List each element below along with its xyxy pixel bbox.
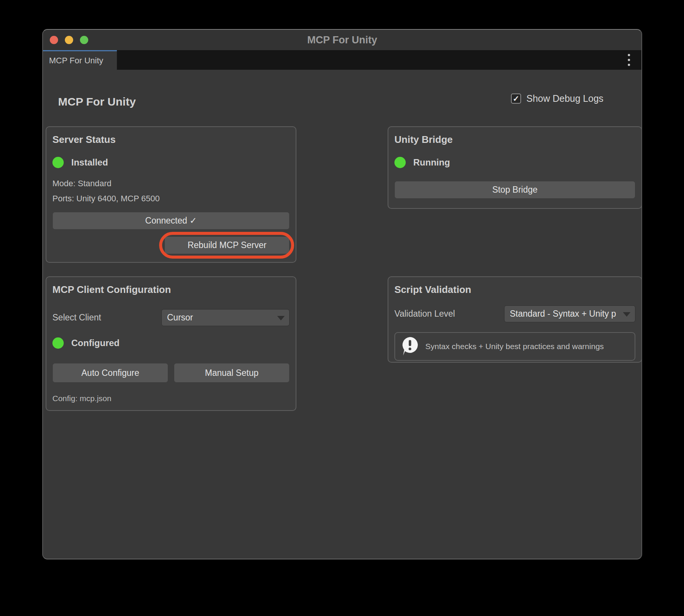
validation-help-text: Syntax checks + Unity best practices and…: [425, 342, 604, 351]
titlebar[interactable]: MCP For Unity: [43, 30, 641, 50]
client-config-title: MCP Client Configuration: [52, 284, 290, 296]
client-dropdown[interactable]: Cursor: [161, 309, 290, 326]
config-buttons-row: Auto Configure Manual Setup: [52, 363, 290, 383]
server-status-panel: Server Status Installed Mode: Standard P…: [46, 126, 296, 263]
manual-setup-button[interactable]: Manual Setup: [174, 363, 290, 383]
status-dot-green-icon: [52, 337, 64, 349]
server-mode-text: Mode: Standard: [52, 179, 290, 188]
traffic-lights: [50, 30, 88, 50]
rebuild-mcp-server-button[interactable]: Rebuild MCP Server: [164, 236, 290, 254]
auto-configure-button[interactable]: Auto Configure: [52, 363, 168, 383]
validation-level-row: Validation Level Standard - Syntax + Uni…: [394, 305, 635, 322]
screen: { "window": { "title": "MCP For Unity" }…: [0, 0, 684, 616]
client-dropdown-value: Cursor: [167, 313, 193, 323]
script-validation-panel: Script Validation Validation Level Stand…: [388, 276, 642, 363]
bridge-status-row: Running: [394, 157, 635, 168]
config-path-text: Config: mcp.json: [52, 394, 290, 403]
validation-level-dropdown[interactable]: Standard - Syntax + Unity p: [504, 305, 635, 322]
close-button[interactable]: [50, 36, 58, 44]
chevron-down-icon: [623, 312, 630, 317]
script-validation-title: Script Validation: [394, 284, 635, 296]
client-status-row: Configured: [52, 337, 290, 349]
mcp-client-config-panel: MCP Client Configuration Select Client C…: [46, 276, 296, 411]
window-title: MCP For Unity: [43, 30, 641, 50]
info-exclamation-icon: [400, 336, 419, 357]
page-title: MCP For Unity: [58, 95, 136, 108]
connected-button[interactable]: Connected ✓: [52, 212, 290, 230]
server-status-value: Installed: [71, 157, 108, 168]
server-ports-text: Ports: Unity 6400, MCP 6500: [52, 194, 290, 204]
tab-label: MCP For Unity: [49, 56, 103, 66]
unity-bridge-title: Unity Bridge: [394, 134, 635, 146]
tab-bar: MCP For Unity: [43, 50, 641, 70]
unity-bridge-panel: Unity Bridge Running Stop Bridge: [388, 126, 642, 209]
chevron-down-icon: [277, 316, 285, 320]
status-dot-green-icon: [394, 157, 406, 168]
rebuild-row: Rebuild MCP Server: [52, 236, 290, 254]
validation-level-value: Standard - Syntax + Unity p: [510, 309, 616, 319]
maximize-button[interactable]: [80, 36, 88, 44]
validation-help-box: Syntax checks + Unity best practices and…: [394, 332, 635, 361]
select-client-label: Select Client: [52, 313, 101, 323]
server-status-row: Installed: [52, 157, 290, 168]
client-status-value: Configured: [71, 338, 120, 348]
show-debug-logs-checkbox[interactable]: ✓: [511, 93, 521, 104]
bridge-status-value: Running: [413, 157, 450, 168]
status-dot-green-icon: [52, 157, 64, 168]
show-debug-logs-row: ✓ Show Debug Logs: [511, 92, 603, 105]
minimize-button[interactable]: [65, 36, 73, 44]
validation-level-label: Validation Level: [394, 309, 455, 319]
mcp-window: MCP For Unity MCP For Unity MCP For Unit…: [42, 29, 642, 559]
kebab-menu-icon[interactable]: [623, 52, 635, 67]
show-debug-logs-label: Show Debug Logs: [526, 93, 603, 104]
tab-mcp-for-unity[interactable]: MCP For Unity: [43, 50, 117, 70]
stop-bridge-button[interactable]: Stop Bridge: [394, 181, 635, 199]
server-status-title: Server Status: [52, 134, 290, 146]
select-client-row: Select Client Cursor: [52, 309, 290, 326]
